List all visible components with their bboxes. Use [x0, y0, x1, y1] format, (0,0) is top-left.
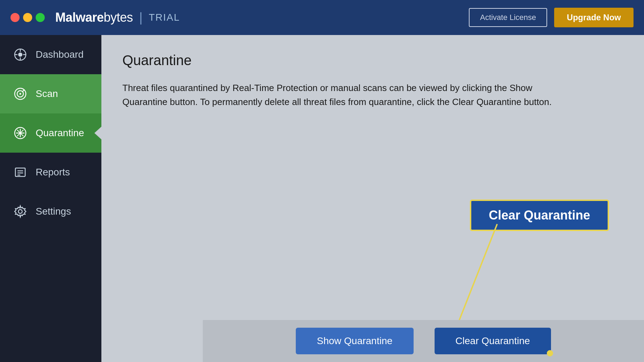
scan-icon: [13, 86, 28, 102]
titlebar: Malwarebytes | TRIAL Activate License Up…: [0, 0, 644, 35]
svg-point-1: [18, 53, 22, 57]
sidebar-item-quarantine-label: Quarantine: [36, 127, 84, 139]
sidebar-item-settings-label: Settings: [36, 206, 71, 217]
page-title: Quarantine: [122, 53, 623, 68]
trial-label: TRIAL: [149, 12, 180, 23]
svg-point-8: [20, 93, 21, 95]
main-layout: Dashboard Scan: [0, 35, 644, 362]
window-controls: [10, 13, 45, 22]
sidebar-item-reports-label: Reports: [36, 167, 70, 178]
content-area: Quarantine Threat files quarantined by R…: [101, 35, 644, 362]
sidebar-item-dashboard-label: Dashboard: [36, 49, 84, 60]
sidebar-item-scan-label: Scan: [36, 88, 58, 99]
sidebar: Dashboard Scan: [0, 35, 101, 362]
callout-container: Clear Quarantine: [470, 200, 609, 231]
page-description: Threat files quarantined by Real-Time Pr…: [122, 81, 577, 109]
quarantine-icon: [13, 125, 28, 141]
upgrade-now-button[interactable]: Upgrade Now: [554, 8, 634, 27]
activate-license-button[interactable]: Activate License: [469, 8, 547, 27]
logo-divider: |: [139, 10, 142, 25]
reports-icon: [13, 165, 28, 180]
logo: Malwarebytes | TRIAL: [55, 10, 180, 25]
sidebar-item-settings[interactable]: Settings: [0, 192, 101, 231]
logo-text: Malwarebytes: [55, 10, 133, 25]
callout-box: Clear Quarantine: [470, 200, 609, 231]
sidebar-item-quarantine[interactable]: Quarantine: [0, 113, 101, 153]
close-button[interactable]: [10, 13, 20, 22]
maximize-button[interactable]: [36, 13, 45, 22]
bottom-bar: Show Quarantine Clear Quarantine: [203, 320, 644, 362]
svg-point-19: [19, 210, 22, 214]
dot-indicator: [547, 350, 553, 356]
sidebar-item-dashboard[interactable]: Dashboard: [0, 35, 101, 74]
minimize-button[interactable]: [23, 13, 32, 22]
quarantine-active-arrow: [94, 126, 102, 140]
settings-icon: [13, 204, 28, 219]
svg-line-9: [23, 90, 24, 91]
clear-quarantine-button[interactable]: Clear Quarantine: [435, 328, 551, 354]
sidebar-item-scan[interactable]: Scan: [0, 74, 101, 113]
sidebar-item-reports[interactable]: Reports: [0, 153, 101, 192]
header-actions: Activate License Upgrade Now: [469, 8, 634, 27]
dashboard-icon: [13, 47, 28, 62]
show-quarantine-button[interactable]: Show Quarantine: [296, 328, 413, 354]
